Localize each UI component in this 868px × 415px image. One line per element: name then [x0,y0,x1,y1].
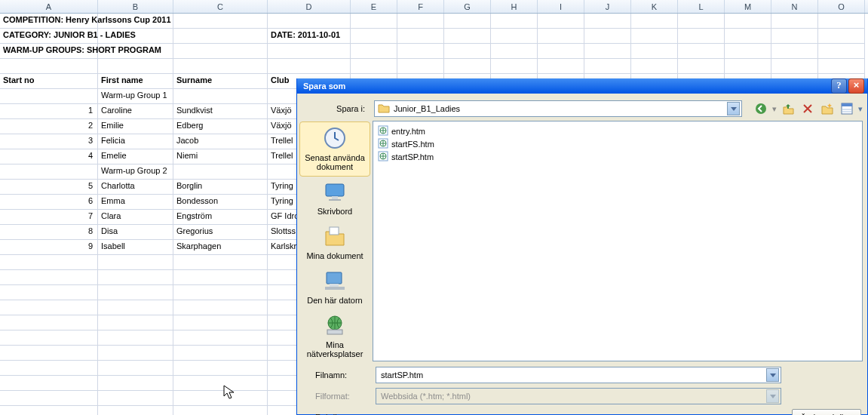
svg-rect-12 [325,287,345,290]
hdr-firstname: First name [98,74,173,89]
hdr-startno: Start no [0,74,98,89]
col-E[interactable]: E [351,0,397,13]
col-K[interactable]: K [631,0,678,13]
place-mydocs[interactable]: Mina dokument [300,220,370,265]
column-headers: A B C D E F G H I J K L M N O [0,0,868,14]
filename-label: Filnamn: [303,370,371,380]
category-label: CATEGORY: JUNIOR B1 - LADIES [3,30,136,39]
place-network[interactable]: Mina nätverksplatser [300,309,370,363]
network-icon [322,312,348,338]
col-I[interactable]: I [538,0,584,13]
svg-rect-2 [842,103,852,106]
svg-rect-7 [332,196,338,199]
my-documents-icon [322,223,348,249]
col-A[interactable]: A [0,0,98,13]
dialog-titlebar[interactable]: Spara som ? × [297,78,867,94]
computer-icon [322,268,348,294]
back-button[interactable] [753,100,769,117]
col-J[interactable]: J [584,0,631,13]
svg-rect-6 [326,184,344,196]
separator: ▾ [772,104,777,114]
file-list[interactable]: entry.htm startFS.htm startSP.htm [373,121,863,361]
change-rubrik-button[interactable]: Ändra rubrik... [792,409,861,415]
save-in-value: Junior_B1_Ladies [394,104,727,113]
svg-rect-14 [327,330,342,334]
col-B[interactable]: B [98,0,173,13]
col-F[interactable]: F [397,0,444,13]
dropdown-arrow-icon [766,389,779,403]
svg-point-0 [756,103,766,114]
views-button[interactable] [839,100,855,117]
col-M[interactable]: M [725,0,771,13]
format-label: Filformat: [303,392,371,401]
warmup-label: WARM-UP GROUPS: SHORT PROGRAM [3,45,161,54]
up-one-level-button[interactable] [780,100,796,117]
date-label: DATE: 2011-10-01 [268,29,351,44]
format-dropdown: Webbsida (*.htm; *.html) [376,388,781,404]
col-H[interactable]: H [491,0,538,13]
place-desktop[interactable]: Skrivbord [300,176,370,220]
file-item[interactable]: startSP.htm [378,150,857,163]
col-C[interactable]: C [173,0,268,13]
col-O[interactable]: O [818,0,865,13]
delete-button[interactable] [799,100,816,117]
place-computer[interactable]: Den här datorn [300,265,370,309]
recent-documents-icon [322,125,348,151]
html-file-icon [378,151,388,163]
dropdown-arrow-icon[interactable] [766,368,779,382]
svg-rect-10 [327,272,342,284]
html-file-icon [378,125,388,137]
svg-rect-9 [330,227,339,235]
competition-title: COMPETITION: Henry Karlssons Cup 2011 [3,15,171,24]
save-in-dropdown[interactable]: Junior_B1_Ladies [374,100,742,117]
save-in-label: Spara i: [302,104,370,113]
file-item[interactable]: entry.htm [378,124,857,137]
col-N[interactable]: N [771,0,818,13]
svg-rect-8 [329,199,341,201]
filename-input[interactable]: startSP.htm [376,367,781,383]
desktop-icon [322,179,348,204]
html-file-icon [378,138,388,150]
hdr-surname: Surname [173,74,268,89]
help-button[interactable]: ? [831,78,847,94]
place-recent[interactable]: Senast använda dokument [300,122,370,176]
dialog-title: Spara som [303,81,345,91]
close-button[interactable]: × [848,78,864,94]
col-G[interactable]: G [444,0,491,13]
dropdown-arrow-icon[interactable] [727,102,740,115]
save-as-dialog: Spara som ? × Spara i: Junior_B1_Ladies … [296,78,868,415]
new-folder-button[interactable] [819,100,836,117]
views-arrow-icon[interactable]: ▾ [858,104,863,114]
file-item[interactable]: startFS.htm [378,137,857,150]
places-bar: Senast använda dokument Skrivbord Mina d… [297,119,373,363]
svg-rect-11 [330,284,339,287]
group1-label: Warm-up Group 1 [98,89,173,104]
col-L[interactable]: L [678,0,725,13]
col-D[interactable]: D [268,0,351,13]
group2-label: Warm-up Group 2 [98,164,173,180]
folder-icon [378,103,390,115]
